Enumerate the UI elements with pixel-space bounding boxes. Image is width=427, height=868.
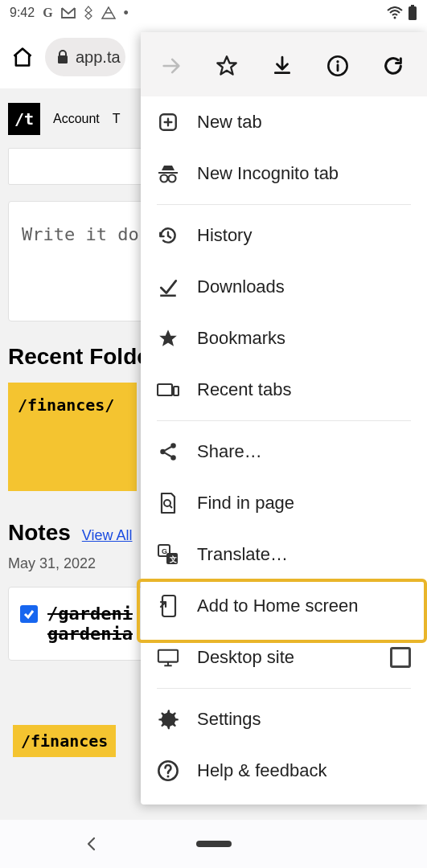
menu-incognito[interactable]: New Incognito tab — [141, 148, 427, 199]
status-bar: 9:42 G • — [0, 0, 427, 26]
svg-rect-10 — [174, 387, 179, 395]
app-indicator-icon — [84, 6, 93, 20]
menu-share[interactable]: Share… — [141, 426, 427, 477]
svg-text:G: G — [162, 547, 167, 555]
help-icon — [157, 760, 179, 782]
svg-text:文: 文 — [169, 555, 177, 563]
menu-recent-tabs[interactable]: Recent tabs — [141, 364, 427, 416]
home-button[interactable] — [6, 41, 39, 73]
svg-point-0 — [394, 17, 396, 19]
menu-desktop-site[interactable]: Desktop site — [141, 632, 427, 683]
svg-rect-9 — [158, 384, 172, 395]
incognito-icon — [157, 162, 179, 185]
svg-rect-3 — [58, 55, 68, 63]
menu-label: Bookmarks — [197, 328, 285, 349]
status-clock: 9:42 — [10, 6, 35, 20]
downloads-check-icon — [157, 276, 179, 298]
notification-dot-icon: • — [124, 5, 129, 22]
google-icon: G — [43, 6, 52, 20]
nav-account[interactable]: Account — [53, 112, 100, 126]
menu-label: Help & feedback — [197, 760, 326, 781]
refresh-button[interactable] — [377, 50, 409, 82]
menu-new-tab[interactable]: New tab — [141, 96, 427, 148]
menu-label: Translate… — [197, 544, 288, 565]
svg-rect-19 — [162, 596, 175, 616]
url-bar[interactable]: app.ta — [45, 38, 125, 76]
bookmarks-icon — [157, 327, 179, 350]
lock-icon — [56, 50, 69, 64]
share-icon — [157, 440, 179, 463]
page-info-button[interactable] — [322, 50, 354, 82]
svg-point-8 — [169, 175, 176, 182]
menu-divider — [157, 688, 411, 689]
note-line-1: /gardeni — [47, 604, 133, 624]
menu-translate[interactable]: G文 Translate… — [141, 529, 427, 580]
note-preview-text: Write it do — [22, 224, 139, 244]
recent-tabs-icon — [157, 379, 179, 401]
menu-label: New Incognito tab — [197, 163, 339, 184]
add-to-home-icon — [157, 595, 179, 617]
system-nav-bar — [0, 820, 427, 868]
svg-point-7 — [161, 175, 168, 182]
menu-help[interactable]: Help & feedback — [141, 745, 427, 796]
desktop-icon — [157, 646, 179, 669]
menu-bookmarks[interactable]: Bookmarks — [141, 313, 427, 364]
svg-point-13 — [170, 455, 176, 461]
menu-label: Desktop site — [197, 647, 294, 668]
svg-rect-2 — [411, 5, 414, 7]
svg-rect-1 — [409, 6, 417, 20]
app-logo[interactable]: /t — [8, 103, 40, 135]
gmail-icon — [61, 7, 76, 18]
wifi-icon — [387, 6, 403, 19]
drive-icon — [101, 6, 116, 19]
menu-add-to-home[interactable]: Add to Home screen — [141, 580, 427, 632]
battery-icon — [408, 5, 417, 21]
svg-point-5 — [336, 60, 339, 63]
menu-label: Downloads — [197, 276, 285, 297]
svg-point-12 — [160, 449, 166, 455]
home-gesture-pill[interactable] — [196, 841, 232, 847]
menu-label: Settings — [197, 709, 261, 730]
back-button[interactable] — [84, 836, 100, 852]
history-icon — [157, 224, 179, 247]
gear-icon — [157, 708, 179, 731]
svg-point-23 — [166, 775, 169, 777]
folder-label: /finances/ — [18, 395, 114, 415]
menu-label: New tab — [197, 112, 262, 133]
svg-point-14 — [164, 500, 170, 506]
nav-secondary[interactable]: T — [113, 112, 121, 126]
folder-finances[interactable]: /finances/ — [8, 383, 137, 491]
menu-label: History — [197, 225, 252, 246]
bookmark-star-button[interactable] — [211, 50, 243, 82]
menu-find-in-page[interactable]: Find in page — [141, 477, 427, 529]
menu-label: Add to Home screen — [197, 596, 359, 616]
browser-menu: New tab New Incognito tab History Downlo… — [141, 32, 427, 805]
note-line-2: gardenia — [47, 624, 133, 644]
view-all-link[interactable]: View All — [82, 527, 133, 544]
download-button[interactable] — [266, 50, 298, 82]
menu-label: Recent tabs — [197, 379, 291, 400]
menu-divider — [157, 420, 411, 421]
notes-title: Notes — [8, 520, 71, 546]
translate-icon: G文 — [157, 543, 179, 566]
menu-settings[interactable]: Settings — [141, 694, 427, 745]
svg-rect-20 — [158, 650, 178, 662]
desktop-site-checkbox[interactable] — [390, 647, 411, 668]
new-tab-icon — [157, 111, 179, 133]
menu-history[interactable]: History — [141, 210, 427, 261]
menu-label: Find in page — [197, 493, 294, 514]
svg-point-11 — [170, 443, 176, 448]
url-text: app.ta — [76, 48, 121, 67]
menu-divider — [157, 204, 411, 205]
forward-button[interactable] — [155, 50, 187, 82]
menu-label: Share… — [197, 441, 262, 462]
folder-partial[interactable]: /finances — [13, 725, 116, 757]
menu-downloads[interactable]: Downloads — [141, 261, 427, 313]
note-checkbox[interactable] — [20, 605, 38, 623]
find-icon — [157, 492, 179, 514]
